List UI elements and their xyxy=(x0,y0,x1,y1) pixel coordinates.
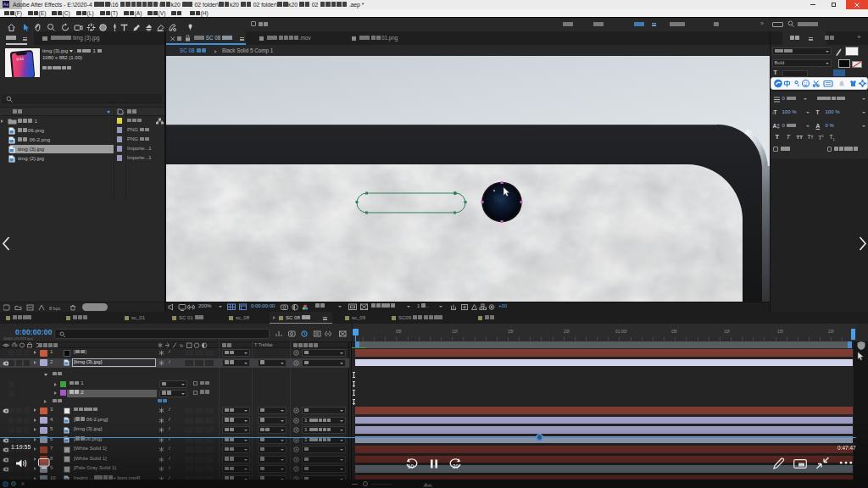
svg-text:10: 10 xyxy=(408,463,415,469)
svg-text:30: 30 xyxy=(453,463,459,469)
